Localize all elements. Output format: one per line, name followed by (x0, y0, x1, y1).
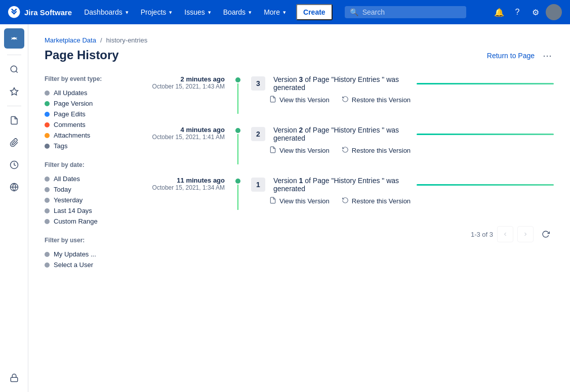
nav-boards[interactable]: Boards ▾ (219, 0, 256, 24)
sidebar-app-icon[interactable] (4, 28, 24, 49)
filter-today[interactable]: Today (45, 184, 136, 195)
version-3-badge: 3 (251, 76, 265, 91)
filter-all-dates[interactable]: All Dates (45, 173, 136, 184)
timeline-line-3 (237, 83, 238, 114)
svg-marker-2 (10, 88, 18, 95)
version-3-time: 2 minutes ago October 15, 2021, 1:43 AM (152, 75, 233, 90)
filter-select-user[interactable]: Select a User (45, 259, 136, 270)
return-to-page-link[interactable]: Return to Page (487, 52, 535, 60)
version-1-header-row: 1 Version 1 of Page "History Entries " w… (251, 177, 554, 193)
settings-button[interactable]: ⚙ (527, 4, 544, 20)
version-2-restore-button[interactable]: Restore this Version (342, 146, 411, 155)
more-options-button[interactable]: ⋯ (541, 48, 554, 63)
version-2-timeline (233, 126, 243, 164)
filter-dot-my-updates (45, 252, 50, 257)
restore-icon (342, 96, 349, 104)
pagination-prev-button[interactable] (497, 226, 513, 242)
version-1-restore-button[interactable]: Restore this Version (342, 197, 411, 205)
version-3-view-button[interactable]: View this Version (269, 96, 330, 104)
version-3-description: Version 3 of Page "History Entries " was… (273, 75, 411, 92)
sidebar-starred-icon[interactable] (4, 81, 24, 102)
version-2-actions: View this Version Restore this Version (269, 146, 554, 155)
notifications-button[interactable]: 🔔 (491, 4, 507, 20)
filter-last-14-days[interactable]: Last 14 Days (45, 205, 136, 216)
paperclip-icon (10, 138, 19, 147)
top-navigation: Jira Software Dashboards ▾ Projects ▾ Is… (0, 0, 570, 24)
breadcrumb-parent[interactable]: Marketplace Data (45, 36, 96, 44)
filter-comments[interactable]: Comments (45, 119, 136, 130)
chevron-down-icon: ▾ (283, 9, 286, 16)
left-sidebar (0, 24, 28, 392)
version-1-description: Version 1 of Page "History Entries " was… (273, 177, 411, 193)
version-2-header-row: 2 Version 2 of Page "History Entries " w… (251, 126, 554, 142)
page-title: Page History (45, 48, 119, 62)
clock-icon (10, 160, 19, 169)
version-1-view-button[interactable]: View this Version (269, 197, 330, 205)
filter-date-title: Filter by date: (45, 161, 136, 168)
nav-dashboards[interactable]: Dashboards ▾ (80, 0, 133, 24)
version-2-badge: 2 (251, 127, 265, 141)
version-3-restore-button[interactable]: Restore this Version (342, 96, 411, 104)
search-icon (10, 65, 19, 74)
history-content: 2 minutes ago October 15, 2021, 1:43 AM … (152, 75, 554, 280)
filter-dot-last14 (45, 208, 50, 213)
page-header-actions: Return to Page ⋯ (487, 48, 554, 63)
filter-yesterday[interactable]: Yesterday (45, 195, 136, 205)
version-2-date: October 15, 2021, 1:41 AM (152, 134, 225, 141)
version-1-actions: View this Version Restore this Version (269, 197, 554, 205)
restore-icon (342, 146, 349, 155)
version-1-time-ago: 11 minutes ago (152, 177, 225, 184)
timeline-dot-1 (235, 179, 240, 184)
filter-dot-all-dates (45, 177, 50, 182)
filter-my-updates[interactable]: My Updates ... (45, 249, 136, 259)
filter-tags[interactable]: Tags (45, 141, 136, 151)
document-icon (269, 96, 276, 104)
filter-attachments[interactable]: Attachments (45, 130, 136, 141)
chevron-left-icon (502, 231, 508, 237)
version-entry-3: 2 minutes ago October 15, 2021, 1:43 AM … (152, 75, 554, 114)
search-bar[interactable]: 🔍 Search (345, 6, 466, 18)
sidebar-attachments-icon[interactable] (4, 133, 24, 153)
nav-issues[interactable]: Issues ▾ (180, 0, 215, 24)
logo[interactable]: Jira Software (8, 6, 72, 18)
version-2-view-button[interactable]: View this Version (269, 146, 330, 155)
filter-all-updates[interactable]: All Updates (45, 88, 136, 98)
filter-event-type-section: Filter by event type: All Updates Page V… (45, 75, 136, 151)
create-button[interactable]: Create (296, 4, 333, 20)
sidebar-divider-top (7, 55, 21, 55)
version-3-time-ago: 2 minutes ago (152, 75, 225, 83)
lock-icon (10, 373, 19, 382)
sidebar-search-icon[interactable] (4, 59, 24, 79)
sidebar-divider-mid (7, 106, 21, 106)
filter-page-version[interactable]: Page Version (45, 98, 136, 109)
sidebar-pages-icon[interactable] (4, 110, 24, 130)
nav-more[interactable]: More ▾ (260, 0, 290, 24)
nav-projects[interactable]: Projects ▾ (137, 0, 177, 24)
help-button[interactable]: ? (509, 4, 525, 20)
svg-point-1 (11, 66, 17, 72)
version-3-progress-bar (417, 83, 554, 84)
timeline-dot-3 (235, 77, 240, 82)
user-avatar[interactable] (546, 4, 562, 20)
sidebar-spaces-icon[interactable] (4, 177, 24, 197)
history-layout: Filter by event type: All Updates Page V… (45, 75, 554, 280)
version-2-time: 4 minutes ago October 15, 2021, 1:41 AM (152, 126, 233, 141)
logo-text: Jira Software (24, 8, 72, 17)
chevron-down-icon: ▾ (208, 9, 211, 16)
globe-icon (10, 183, 19, 192)
sidebar-recent-icon[interactable] (4, 155, 24, 175)
breadcrumb-current: history-entries (106, 36, 148, 44)
document-icon (269, 197, 276, 205)
refresh-button[interactable] (538, 226, 554, 242)
version-1-time: 11 minutes ago October 15, 2021, 1:34 AM (152, 177, 233, 191)
breadcrumb: Marketplace Data / history-entries (45, 36, 554, 44)
filter-dot-tags (45, 144, 50, 149)
pagination-next-button[interactable] (517, 226, 534, 242)
sidebar-admin-icon[interactable] (4, 368, 24, 388)
filter-user-section: Filter by user: My Updates ... Select a … (45, 237, 136, 270)
filter-dot-page-version (45, 101, 50, 106)
filter-page-edits[interactable]: Page Edits (45, 109, 136, 119)
document-icon (269, 146, 276, 155)
filter-user-title: Filter by user: (45, 237, 136, 244)
filter-custom-range[interactable]: Custom Range (45, 216, 136, 227)
